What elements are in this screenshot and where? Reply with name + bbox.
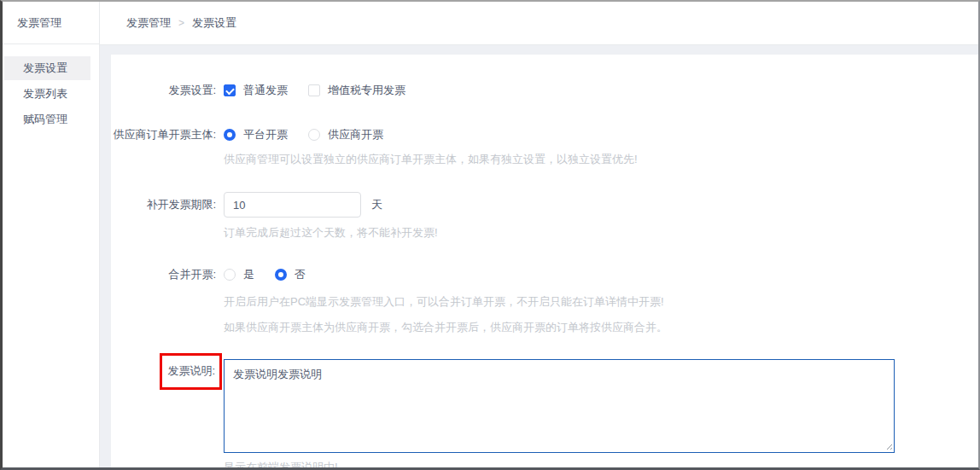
invoice-note-textarea[interactable]: 发票说明发票说明 <box>224 359 895 453</box>
form-row-invoice-setting: 发票设置: 普通发票 增值税专用发票 <box>111 83 978 98</box>
merge-invoice-label: 合并开票: <box>111 267 216 282</box>
radio-selected-icon[interactable] <box>224 129 236 141</box>
reissue-period-unit: 天 <box>371 197 382 212</box>
invoice-note-label: 发票说明: <box>167 364 215 377</box>
checkbox-checked-icon[interactable] <box>224 84 236 96</box>
radio-unselected-icon[interactable] <box>224 269 236 281</box>
radio-merge-yes-label: 是 <box>243 267 254 282</box>
radio-unselected-icon[interactable] <box>308 129 320 141</box>
supplier-subject-label: 供应商订单开票主体: <box>111 127 216 142</box>
sidebar-item-invoice-settings[interactable]: 发票设置 <box>4 56 90 80</box>
checkbox-vat-special-invoice[interactable]: 增值税专用发票 <box>308 83 405 98</box>
red-annotation-box: 发票说明: <box>160 353 222 390</box>
breadcrumb-item-invoice-management[interactable]: 发票管理 <box>126 15 171 31</box>
reissue-period-help-text: 订单完成后超过这个天数，将不能补开发票! <box>224 225 978 241</box>
radio-supplier-invoicing[interactable]: 供应商开票 <box>308 127 383 142</box>
form-row-merge-invoice: 合并开票: 是 否 开启后用户在PC端显示发票管理入口 <box>111 267 978 335</box>
supplier-subject-help-text: 供应商管理可以设置独立的供应商订单开票主体，如果有独立设置，以独立设置优先! <box>224 152 978 167</box>
checkbox-ordinary-invoice-label: 普通发票 <box>243 83 288 98</box>
breadcrumb-separator-icon: > <box>178 17 184 29</box>
radio-merge-no-label: 否 <box>295 267 306 282</box>
checkbox-ordinary-invoice[interactable]: 普通发票 <box>224 83 288 98</box>
breadcrumb: 发票管理 > 发票设置 <box>100 2 978 45</box>
radio-platform-invoicing[interactable]: 平台开票 <box>224 127 288 142</box>
merge-invoice-help-text-1: 开启后用户在PC端显示发票管理入口，可以合并订单开票，不开启只能在订单详情中开票… <box>224 294 978 310</box>
radio-selected-icon[interactable] <box>275 269 287 281</box>
invoice-setting-label: 发票设置: <box>111 83 216 98</box>
content-column: 发票管理 > 发票设置 发票设置: 普通发票 <box>100 2 978 467</box>
radio-platform-invoicing-label: 平台开票 <box>243 127 288 142</box>
form-row-supplier-subject: 供应商订单开票主体: 平台开票 供应商开票 供应商管理 <box>111 127 978 167</box>
sidebar-menu: 发票设置 发票列表 赋码管理 <box>3 44 99 133</box>
reissue-days-input[interactable] <box>224 192 361 218</box>
invoice-note-help-text: 显示在前端发票说明中! <box>224 460 978 467</box>
radio-merge-no[interactable]: 否 <box>275 267 306 282</box>
form-row-reissue-period: 补开发票期限: 天 订单完成后超过这个天数，将不能补开发票! <box>111 192 978 241</box>
invoice-note-textarea-wrap: 发票说明发票说明 <box>224 359 895 453</box>
breadcrumb-item-invoice-settings: 发票设置 <box>192 15 236 31</box>
sidebar-title: 发票管理 <box>3 2 99 44</box>
checkbox-vat-special-invoice-label: 增值税专用发票 <box>328 83 405 98</box>
checkbox-unchecked-icon[interactable] <box>308 84 320 96</box>
settings-panel: 发票设置: 普通发票 增值税专用发票 <box>111 55 978 467</box>
merge-invoice-help-text-2: 如果供应商开票主体为供应商开票，勾选合并开票后，供应商开票的订单将按供应商合并。 <box>224 320 978 335</box>
sidebar: 发票管理 发票设置 发票列表 赋码管理 <box>3 2 100 467</box>
radio-merge-yes[interactable]: 是 <box>224 267 254 282</box>
invoice-note-label-cell: 发票说明: <box>111 359 216 390</box>
main-area: 发票设置: 普通发票 增值税专用发票 <box>100 45 978 467</box>
sidebar-item-code-management[interactable]: 赋码管理 <box>4 107 90 131</box>
radio-supplier-invoicing-label: 供应商开票 <box>328 127 383 142</box>
reissue-period-label: 补开发票期限: <box>111 197 216 212</box>
app-window: 发票管理 发票设置 发票列表 赋码管理 发票管理 > 发票设置 发票设置: <box>0 0 980 470</box>
form-row-invoice-note: 发票说明: 发票说明发票说明 显示在前端发票说明中! <box>111 359 978 467</box>
sidebar-item-invoice-list[interactable]: 发票列表 <box>4 82 90 106</box>
